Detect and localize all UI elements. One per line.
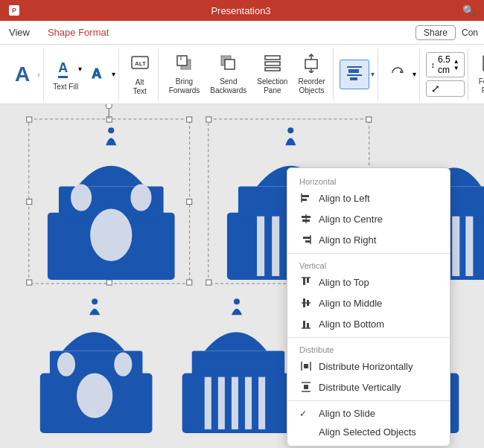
menu-view[interactable]: View: [6, 25, 33, 39]
distribute-vertically-item[interactable]: Distribute Vertically: [287, 377, 450, 397]
measure-inputs: ↕ 6.5 cm ▲▼ ⤢: [426, 52, 465, 97]
align-bottom-item[interactable]: Align to Bottom: [287, 313, 450, 334]
ribbon-group-alt-text: ALT Alt Text: [122, 48, 159, 100]
align-top-label: Align to Top: [319, 277, 369, 288]
svg-rect-26: [187, 117, 192, 122]
format-pane-button[interactable]: Format Pane: [474, 51, 484, 98]
align-centre-label: Align to Centre: [319, 214, 383, 225]
selection-pane-icon: [263, 54, 282, 76]
ribbon-group-flip: ▾: [381, 48, 420, 100]
align-centre-icon: [299, 212, 313, 225]
divider-2: [287, 337, 450, 338]
alt-text-icon: ALT: [130, 53, 150, 77]
height-input[interactable]: ↕ 6.5 cm ▲▼: [426, 52, 465, 77]
menu-bar-right: Share Con: [415, 25, 478, 40]
svg-rect-97: [303, 321, 305, 328]
send-backwards-label: SendBackwards: [210, 77, 246, 95]
svg-rect-68: [205, 377, 211, 429]
svg-rect-88: [303, 237, 311, 239]
svg-rect-29: [27, 280, 32, 285]
distribute-horizontally-icon: [299, 359, 313, 373]
align-dropdown-icon[interactable]: ▾: [371, 70, 375, 78]
align-centre-item[interactable]: Align to Centre: [287, 208, 450, 229]
svg-rect-72: [258, 377, 265, 429]
svg-point-32: [106, 104, 112, 109]
divider-1: [287, 253, 450, 254]
svg-rect-43: [206, 280, 211, 285]
format-pane-icon: [480, 54, 484, 76]
svg-point-62: [77, 374, 112, 418]
svg-rect-70: [232, 377, 238, 429]
height-spinner[interactable]: ▲▼: [453, 58, 459, 71]
text-outline-icon: A: [92, 66, 101, 82]
svg-rect-24: [27, 117, 32, 122]
distribute-vertically-label: Distribute Vertically: [319, 382, 401, 393]
large-a-button[interactable]: A: [9, 61, 36, 88]
align-to-slide-item[interactable]: ✓ Align to Slide: [287, 404, 450, 423]
height-value: 6.5 cm: [438, 54, 450, 75]
search-icon[interactable]: 🔍: [462, 4, 475, 16]
svg-rect-10: [305, 60, 317, 68]
align-left-label: Align to Left: [319, 193, 370, 204]
svg-rect-82: [302, 195, 309, 197]
align-bottom-label: Align to Bottom: [319, 319, 384, 330]
svg-rect-91: [303, 278, 305, 285]
alt-text-button[interactable]: ALT Alt Text: [125, 50, 155, 99]
text-outline-row: A ▾: [83, 63, 115, 85]
svg-rect-49: [272, 217, 279, 276]
bring-forwards-button[interactable]: BringForwards: [165, 51, 205, 98]
text-fill-icon: A: [58, 60, 68, 78]
text-outline-button[interactable]: A: [83, 63, 110, 85]
ribbon-group-a: A ›: [6, 48, 44, 100]
align-left-item[interactable]: Align to Left: [287, 188, 450, 208]
ribbon-group-align: ▾: [337, 48, 378, 100]
flip-rotate-button[interactable]: [384, 63, 411, 86]
send-backwards-button[interactable]: SendBackwards: [206, 51, 251, 98]
svg-rect-101: [304, 364, 308, 368]
con-button[interactable]: Con: [462, 28, 478, 38]
send-backwards-icon: [219, 54, 238, 76]
align-button[interactable]: [340, 60, 369, 89]
text-fill-dropdown-icon[interactable]: ▾: [78, 65, 82, 73]
selection-pane-button[interactable]: SelectionPane: [252, 51, 292, 98]
ribbon-group-text: A ▾ Text Fill A ▾: [47, 48, 119, 100]
expand-arrows-icon: ⤢: [431, 83, 440, 95]
align-dropdown-menu: Horizontal Align to Left Align to Centre: [287, 167, 450, 447]
align-to-slide-label: Align to Slide: [319, 408, 375, 419]
flip-dropdown-icon[interactable]: ▾: [413, 70, 416, 78]
align-selected-objects-item[interactable]: Align Selected Objects: [287, 423, 450, 441]
filename: Presentation3: [25, 5, 456, 16]
horizontal-label: Horizontal: [287, 173, 450, 188]
svg-rect-85: [302, 216, 311, 218]
menu-shape-format[interactable]: Shape Format: [45, 25, 112, 39]
svg-rect-86: [302, 220, 310, 222]
expand-icon[interactable]: ⤢: [426, 80, 465, 97]
svg-point-38: [71, 184, 92, 211]
align-right-icon: [299, 233, 313, 246]
text-fill-row: A ▾: [50, 57, 82, 81]
align-middle-item[interactable]: Align to Middle: [287, 292, 450, 313]
text-fill-button[interactable]: A: [50, 57, 77, 81]
svg-rect-57: [452, 217, 459, 276]
svg-rect-28: [187, 199, 192, 205]
svg-rect-30: [106, 280, 112, 285]
svg-rect-94: [303, 298, 305, 307]
distribute-horizontally-label: Distribute Horizontally: [319, 361, 413, 372]
svg-rect-9: [265, 68, 280, 71]
svg-rect-92: [307, 278, 309, 283]
svg-point-47: [287, 127, 293, 133]
title-bar: P Presentation3 🔍: [0, 0, 484, 21]
svg-point-64: [114, 352, 132, 376]
svg-rect-14: [348, 69, 359, 73]
svg-rect-98: [307, 323, 309, 328]
share-button[interactable]: Share: [415, 25, 456, 40]
text-outline-dropdown-icon[interactable]: ▾: [112, 70, 115, 78]
arrow-icon[interactable]: ›: [37, 70, 40, 79]
align-top-item[interactable]: Align to Top: [287, 272, 450, 292]
reorder-objects-button[interactable]: ReorderObjects: [293, 51, 329, 98]
align-selected-objects-label: Align Selected Objects: [319, 426, 416, 438]
align-right-item[interactable]: Align to Right: [287, 229, 450, 250]
ribbon-group-format-pane: Format Pane: [471, 48, 484, 100]
distribute-horizontally-item[interactable]: Distribute Horizontally: [287, 356, 450, 377]
svg-rect-89: [305, 240, 311, 243]
